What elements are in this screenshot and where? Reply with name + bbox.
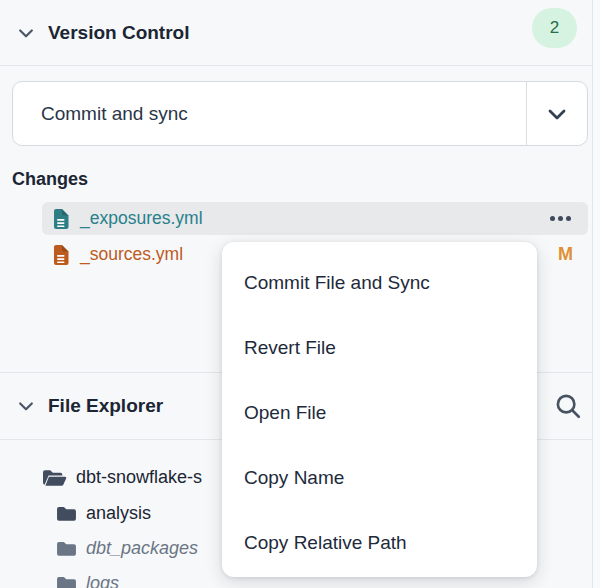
changes-section-label: Changes: [12, 169, 88, 190]
modified-status-badge: M: [558, 244, 573, 265]
commit-and-sync-button[interactable]: Commit and sync: [12, 81, 588, 146]
changed-file-row-exposures[interactable]: _exposures.yml: [42, 202, 588, 235]
menu-item-copy-name[interactable]: Copy Name: [222, 445, 537, 510]
ellipsis-icon[interactable]: [548, 212, 573, 225]
yaml-file-icon: [52, 208, 70, 230]
tree-item-analysis[interactable]: analysis: [56, 496, 151, 531]
version-control-panel: Version Control 2 Commit and sync Change…: [0, 0, 600, 588]
search-icon[interactable]: [553, 391, 583, 421]
changed-file-name: _exposures.yml: [80, 208, 203, 229]
menu-item-copy-relative-path[interactable]: Copy Relative Path: [222, 510, 537, 575]
menu-item-open-file[interactable]: Open File: [222, 380, 537, 445]
menu-item-revert-file[interactable]: Revert File: [222, 315, 537, 380]
commit-dropdown-caret[interactable]: [526, 82, 587, 145]
version-control-title: Version Control: [48, 22, 189, 44]
chevron-down-icon: [545, 102, 569, 126]
folder-icon: [56, 575, 77, 588]
yaml-file-icon: [52, 244, 70, 266]
tree-item-label: dbt-snowflake-s: [76, 467, 202, 488]
tree-item-label: dbt_packages: [86, 538, 198, 559]
changes-count-badge: 2: [532, 8, 577, 48]
tree-item-logs[interactable]: logs: [56, 566, 119, 588]
file-explorer-title: File Explorer: [48, 395, 163, 417]
folder-icon: [56, 505, 77, 522]
folder-open-icon: [42, 468, 67, 488]
chevron-down-icon[interactable]: [16, 396, 36, 416]
tree-item-project-root[interactable]: dbt-snowflake-s: [42, 460, 202, 495]
changed-file-name: _sources.yml: [80, 244, 183, 265]
tree-item-dbt-packages[interactable]: dbt_packages: [56, 531, 198, 566]
panel-right-edge: [592, 0, 600, 588]
tree-item-label: analysis: [86, 503, 151, 524]
version-control-header: Version Control: [0, 0, 600, 66]
file-context-menu: Commit File and Sync Revert File Open Fi…: [222, 242, 537, 577]
folder-icon: [56, 540, 77, 557]
commit-button-label: Commit and sync: [13, 82, 526, 145]
chevron-down-icon[interactable]: [16, 23, 36, 43]
tree-item-label: logs: [86, 573, 119, 588]
menu-item-commit-file-and-sync[interactable]: Commit File and Sync: [222, 250, 537, 315]
